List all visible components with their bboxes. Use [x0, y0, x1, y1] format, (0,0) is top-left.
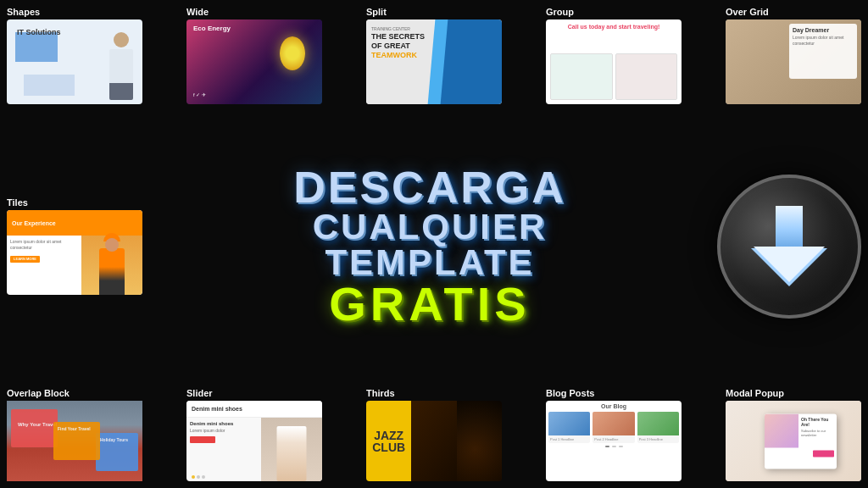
tiles-button-label: LEARN MORE	[14, 257, 36, 262]
overgrid-overlay-card: Day Dreamer Lorem ipsum dolor sit amet c…	[789, 24, 857, 79]
overlap-card-1: Why Your Travel	[11, 409, 58, 447]
wide-social: f ✓ ✈	[193, 92, 206, 97]
card-label-blog: Blog Posts	[546, 388, 594, 398]
card-wide[interactable]: Eco Energy f ✓ ✈	[186, 19, 322, 104]
card-shapes[interactable]: IT Solutions	[7, 19, 142, 104]
slider-image	[261, 418, 322, 481]
card-label-slider: Slider	[186, 388, 213, 398]
group-header-text: Call us today and start traveling!	[546, 24, 682, 30]
overlap-card-3: Holiday Tours	[96, 433, 138, 471]
blog-post-3[interactable]: Post 3 Headline	[637, 412, 679, 443]
blog-image-2	[593, 412, 634, 435]
modal-text-area: Oh There You Are! Subscribe to our newsl…	[798, 413, 837, 447]
card-label-modal: Modal Popup	[726, 388, 784, 398]
card-group[interactable]: Call us today and start traveling!	[546, 19, 682, 104]
card-wrapper-blog: Blog Posts Our Blog Post 1 Headline	[546, 388, 682, 481]
hero-line1: DESCARGA	[149, 165, 710, 209]
thirds-left-panel: JAZZ CLUB	[366, 401, 411, 481]
blog-label-1: Post 1 Headline	[550, 437, 588, 441]
page-container: Shapes IT Solutions Wide Eco Energy f ✓ …	[0, 0, 868, 488]
modal-title: Oh There You Are!	[801, 416, 834, 426]
slider-model	[277, 426, 307, 481]
blog-post-1[interactable]: Post 1 Headline	[548, 412, 590, 443]
tiles-header: Our Experience	[7, 210, 142, 236]
card-label-shapes: Shapes	[7, 7, 40, 17]
blog-grid: Post 1 Headline Post 2 Headline Post 3 H…	[546, 412, 682, 443]
thirds-right-panel	[457, 401, 502, 481]
card-wrapper-tiles: Tiles Our Experience Lorem ipsum dolor s…	[7, 197, 142, 295]
card-slider[interactable]: Denim mini shoes Denim mini shoes Lorem …	[186, 401, 322, 481]
overlap-text-2: Find Your Travel	[58, 426, 91, 431]
tiles-header-text: Our Experience	[12, 220, 56, 226]
modal-image	[765, 413, 798, 447]
hero-line4: GRATIS	[149, 280, 710, 328]
tiles-description: Lorem ipsum dolor sit amet consectetur	[10, 239, 78, 251]
hero-line3: TEMPLATE	[149, 245, 710, 280]
card-blog[interactable]: Our Blog Post 1 Headline Post 2 Headline	[546, 401, 682, 481]
card-wrapper-modal: Modal Popup Oh There You Are! Subscribe …	[726, 388, 861, 481]
modal-subscribe-button[interactable]	[813, 450, 834, 457]
shape-decoration-light	[24, 75, 75, 96]
thirds-club-text: CLUB	[372, 441, 405, 453]
card-tiles[interactable]: Our Experience Lorem ipsum dolor sit ame…	[7, 210, 142, 295]
person-head	[114, 32, 129, 47]
card-label-overgrid: Over Grid	[726, 7, 769, 17]
slider-content: Denim mini shoes Lorem ipsum dolor	[186, 418, 322, 481]
card-split[interactable]: TRAINING CENTER THE SECRETS OF GREAT TEA…	[366, 19, 502, 104]
blog-label-2: Post 2 Headline	[594, 437, 632, 441]
card-label-overlap: Overlap Block	[7, 388, 70, 398]
worker-figure	[99, 248, 125, 295]
download-arrow-icon	[751, 206, 827, 286]
blog-dot-2	[612, 446, 616, 447]
modal-footer	[765, 447, 837, 459]
group-card-2	[615, 53, 678, 100]
worker-head	[105, 238, 119, 252]
card-wrapper-overlap: Overlap Block Why Your Travel Find Your …	[7, 388, 142, 481]
group-cards-area	[550, 53, 677, 100]
card-wrapper-group: Group Call us today and start traveling!	[546, 7, 682, 104]
slider-title: Denim mini shoes	[190, 421, 258, 426]
blog-header: Our Blog	[546, 401, 682, 412]
overlap-text-1: Why Your Travel	[18, 422, 57, 429]
split-main-text: THE SECRETS OF GREAT TEAMWORK	[371, 32, 431, 59]
arrow-head	[751, 248, 827, 286]
tiles-text-area: Lorem ipsum dolor sit amet consectetur L…	[7, 236, 81, 295]
overgrid-title: Day Dreamer	[793, 27, 854, 33]
card-label-split: Split	[366, 7, 387, 17]
tiles-image	[81, 236, 142, 295]
bottom-cards-row: Overlap Block Why Your Travel Find Your …	[0, 385, 868, 488]
dot-2	[197, 475, 200, 479]
person-legs	[109, 83, 133, 100]
blog-nav	[546, 446, 682, 447]
card-label-wide: Wide	[186, 7, 209, 17]
blog-label-3: Post 3 Headline	[639, 437, 677, 441]
blog-post-2[interactable]: Post 2 Headline	[593, 412, 634, 443]
blog-image-3	[637, 412, 679, 435]
overgrid-text: Lorem ipsum dolor sit amet consectetur	[793, 35, 854, 46]
slider-dots	[192, 475, 205, 479]
download-button[interactable]	[717, 175, 861, 319]
blog-dot-1	[605, 446, 609, 447]
card-wrapper-split: Split TRAINING CENTER THE SECRETS OF GRE…	[366, 7, 502, 104]
overlap-card-2: Find Your Travel	[53, 422, 100, 460]
blog-dot-3	[619, 446, 623, 447]
modal-body-text: Subscribe to our newsletter	[801, 428, 834, 436]
card-overgrid[interactable]: Day Dreamer Lorem ipsum dolor sit amet c…	[726, 19, 861, 104]
modal-top-section: Oh There You Are! Subscribe to our newsl…	[765, 413, 837, 447]
tiles-button[interactable]: LEARN MORE	[10, 256, 40, 263]
hero-text: DESCARGA CUALQUIER TEMPLATE GRATIS	[149, 165, 710, 328]
guitarist-overlay	[411, 401, 456, 481]
card-label-group: Group	[546, 7, 574, 17]
dot-1	[192, 475, 195, 479]
card-wrapper-shapes: Shapes IT Solutions	[7, 7, 142, 104]
top-cards-row: Shapes IT Solutions Wide Eco Energy f ✓ …	[0, 0, 868, 108]
slider-header: Denim mini shoes	[186, 401, 322, 418]
card-overlap[interactable]: Why Your Travel Find Your Travel Holiday…	[7, 401, 142, 481]
slider-button[interactable]	[190, 436, 215, 443]
blog-title: Our Blog	[601, 403, 626, 409]
right-panel-overlay	[457, 401, 502, 481]
card-wrapper-overgrid: Over Grid Day Dreamer Lorem ipsum dolor …	[726, 7, 861, 104]
card-modal[interactable]: Oh There You Are! Subscribe to our newsl…	[726, 401, 861, 481]
card-thirds[interactable]: JAZZ CLUB	[366, 401, 502, 481]
lamp-shape	[280, 36, 305, 70]
